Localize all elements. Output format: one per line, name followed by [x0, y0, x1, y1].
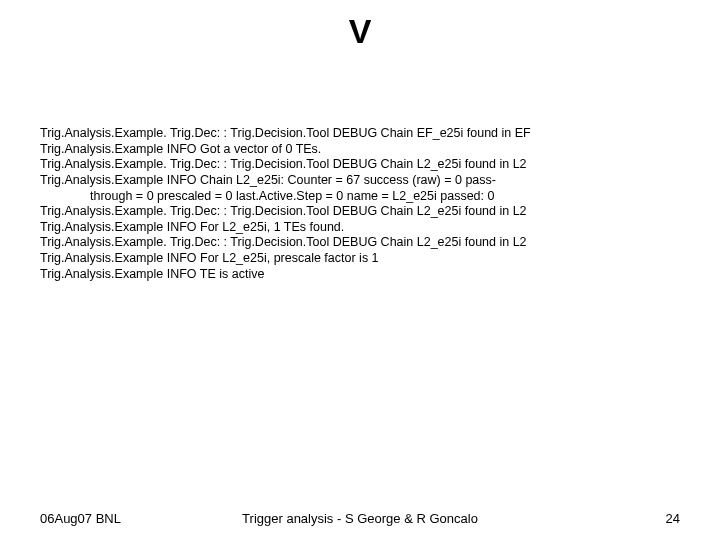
log-line: Trig.Analysis.Example. Trig.Dec: : Trig.… [40, 157, 680, 173]
slide-title: V [0, 12, 720, 51]
log-line: through = 0 prescaled = 0 last.Active.St… [40, 189, 680, 205]
footer-date: 06Aug07 BNL [40, 511, 121, 526]
log-line: Trig.Analysis.Example INFO For L2_e25i, … [40, 220, 680, 236]
log-line: Trig.Analysis.Example INFO TE is active [40, 267, 680, 283]
footer-page-number: 24 [666, 511, 680, 526]
footer-title: Trigger analysis - S George & R Goncalo [40, 511, 680, 526]
slide-footer: 06Aug07 BNL Trigger analysis - S George … [40, 511, 680, 526]
slide: V Trig.Analysis.Example. Trig.Dec: : Tri… [0, 0, 720, 540]
log-line: Trig.Analysis.Example. Trig.Dec: : Trig.… [40, 126, 680, 142]
log-output-block: Trig.Analysis.Example. Trig.Dec: : Trig.… [40, 126, 680, 282]
log-line: Trig.Analysis.Example. Trig.Dec: : Trig.… [40, 235, 680, 251]
log-line: Trig.Analysis.Example INFO Got a vector … [40, 142, 680, 158]
log-line: Trig.Analysis.Example INFO Chain L2_e25i… [40, 173, 680, 189]
log-line: Trig.Analysis.Example. Trig.Dec: : Trig.… [40, 204, 680, 220]
log-line: Trig.Analysis.Example INFO For L2_e25i, … [40, 251, 680, 267]
